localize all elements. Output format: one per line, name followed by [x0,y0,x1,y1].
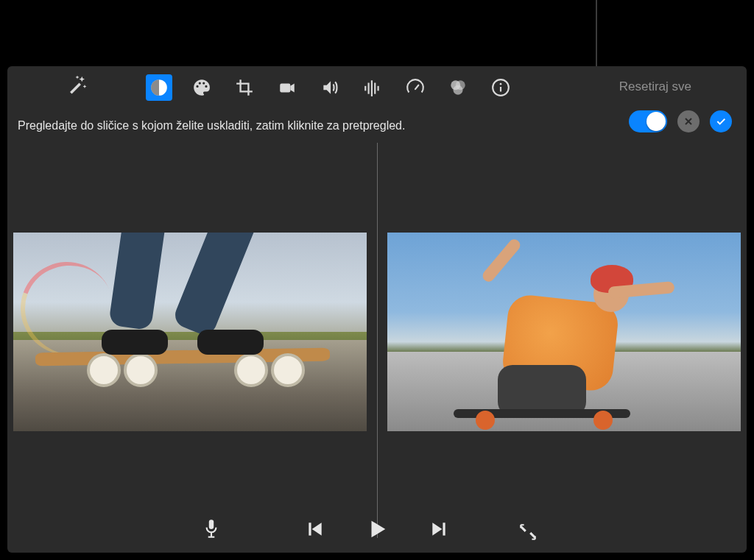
svg-rect-1 [280,84,290,93]
camera-icon [278,78,297,97]
fullscreen-button[interactable] [512,516,544,548]
microphone-icon [202,518,221,540]
previous-frame-button[interactable] [299,513,331,545]
play-button[interactable] [361,513,393,545]
tool-group [146,74,514,101]
adjustment-controls [629,110,732,132]
close-icon [683,116,694,127]
magic-wand-icon [66,74,88,96]
skip-forward-icon [429,520,448,539]
volume-icon [320,78,339,97]
svg-rect-13 [209,520,214,529]
check-icon [715,116,727,127]
instruction-text: Pregledajte do sličice s kojom želite us… [18,119,405,132]
adjustments-toolbar: Resetiraj sve [7,66,747,109]
filters-tool[interactable] [445,74,471,101]
skip-back-icon [306,520,325,539]
preview-area [7,143,747,506]
stabilization-tool[interactable] [274,74,300,101]
instruction-row: Pregledajte do sličice s kojom želite us… [7,109,747,143]
preview-divider [377,143,378,538]
magic-wand-button[interactable] [66,74,88,99]
callout-line [596,0,597,75]
target-clip-preview[interactable] [387,233,741,431]
toggle-knob [646,112,666,131]
next-frame-button[interactable] [423,513,455,545]
volume-tool[interactable] [317,74,343,101]
svg-rect-5 [374,83,376,94]
color-balance-icon [149,78,169,97]
enable-toggle[interactable] [629,110,667,132]
color-balance-tool[interactable] [146,74,172,101]
svg-rect-4 [371,80,373,96]
speed-tool[interactable] [402,74,429,101]
info-tool[interactable] [487,74,514,101]
svg-rect-16 [309,522,311,535]
reset-all-button[interactable]: Resetiraj sve [619,79,691,94]
fullscreen-icon [518,522,538,542]
record-voiceover-button[interactable] [195,513,228,545]
equalizer-icon [363,78,382,97]
transport-bar [7,506,747,553]
source-clip-preview[interactable] [13,233,367,431]
info-icon [491,78,510,97]
filters-icon [448,78,468,97]
crop-tool[interactable] [231,74,258,101]
speedometer-icon [406,78,425,97]
noise-reduction-tool[interactable] [359,74,386,101]
crop-icon [235,78,254,97]
svg-rect-3 [368,83,370,94]
cancel-button[interactable] [677,110,700,132]
confirm-button[interactable] [710,110,732,132]
svg-rect-17 [443,522,445,535]
svg-rect-6 [378,86,379,91]
play-icon [366,518,388,540]
palette-icon [192,78,211,97]
svg-point-9 [454,85,463,95]
svg-rect-2 [364,86,366,91]
editor-window: Resetiraj sve Pregledajte do sličice s k… [7,66,747,553]
svg-point-12 [500,83,502,85]
color-correction-tool[interactable] [188,74,215,101]
